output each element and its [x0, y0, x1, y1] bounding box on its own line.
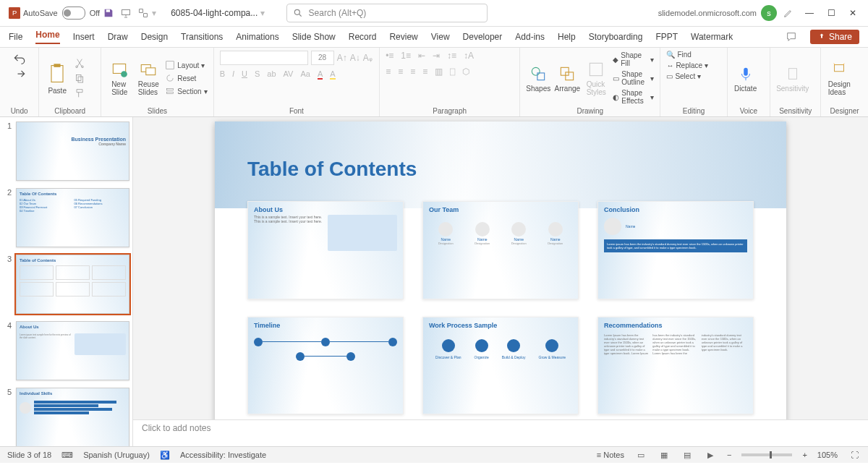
slide-thumbnails[interactable]: 1Business PresentationCompany Name 2Tabl…: [0, 117, 133, 446]
tile-team[interactable]: Our TeamNameDesignationNameDesignationNa…: [422, 201, 579, 299]
slideshow-view-icon[interactable]: ▶: [704, 448, 717, 461]
tab-developer[interactable]: Developer: [463, 32, 503, 42]
grow-font-icon[interactable]: A↑: [337, 53, 347, 63]
spacing-button[interactable]: AV: [284, 69, 294, 80]
qat-overflow[interactable]: ▾: [152, 8, 156, 18]
shape-effects-button[interactable]: ◐ Shape Effects ▾: [613, 89, 654, 105]
undo-icon[interactable]: [12, 51, 27, 65]
present-icon[interactable]: [120, 7, 132, 19]
justify-button[interactable]: ≡: [422, 67, 427, 77]
numbering-button[interactable]: 1≡: [401, 51, 411, 61]
redo-icon[interactable]: [12, 67, 27, 81]
format-painter-icon[interactable]: [74, 88, 85, 99]
tab-addins[interactable]: Add-ins: [515, 32, 545, 42]
font-family-select[interactable]: [220, 51, 308, 65]
zoom-in-button[interactable]: +: [802, 451, 807, 459]
strike-button[interactable]: S: [255, 69, 260, 80]
tab-transitions[interactable]: Transitions: [181, 32, 223, 42]
find-button[interactable]: 🔍 Find: [666, 51, 691, 59]
quick-styles-button[interactable]: Quick Styles: [584, 60, 608, 96]
align-text-button[interactable]: ⎕: [450, 67, 455, 77]
underline-button[interactable]: U: [242, 69, 247, 80]
status-accessibility[interactable]: Accessibility: Investigate: [180, 451, 266, 459]
user-avatar[interactable]: s: [761, 5, 777, 21]
status-lang-icon[interactable]: ⌨: [61, 451, 73, 460]
line-spacing-button[interactable]: ↕≡: [447, 51, 456, 61]
cut-icon[interactable]: [74, 57, 85, 69]
close-button[interactable]: ✕: [843, 4, 862, 22]
text-direction-button[interactable]: ↕A: [464, 51, 474, 61]
bullets-button[interactable]: •≡: [386, 51, 393, 61]
reset-button[interactable]: Reset: [165, 73, 207, 83]
new-slide-button[interactable]: New Slide: [107, 60, 132, 96]
tab-file[interactable]: File: [9, 32, 22, 42]
thumb-2[interactable]: 2Table Of Contents01 About Us02 Our Team…: [3, 188, 129, 247]
dictate-button[interactable]: Dictate: [733, 64, 758, 93]
tab-draw[interactable]: Draw: [108, 32, 128, 42]
user-email[interactable]: slidemodel.onmicrosoft.com: [658, 9, 757, 17]
status-language[interactable]: Spanish (Uruguay): [83, 451, 150, 459]
thumb-5[interactable]: 5Individual Skills: [3, 388, 129, 446]
normal-view-icon[interactable]: ▭: [634, 448, 647, 461]
section-button[interactable]: Section ▾: [165, 86, 207, 96]
case-button[interactable]: Aa: [300, 69, 310, 80]
shape-outline-button[interactable]: ▭ Shape Outline ▾: [613, 70, 654, 86]
align-left-button[interactable]: ≡: [386, 67, 391, 77]
shadow-button[interactable]: ab: [267, 69, 276, 80]
design-ideas-button[interactable]: Design Ideas: [827, 60, 851, 96]
comments-icon[interactable]: [786, 31, 797, 43]
shapes-button[interactable]: Shapes: [526, 64, 550, 93]
tile-conclusion[interactable]: ConclusionNameLorem ipsum has been the i…: [597, 201, 754, 299]
tile-about[interactable]: About UsThis is a sample text. Insert yo…: [247, 201, 404, 299]
tab-animations[interactable]: Animations: [236, 32, 278, 42]
layout-button[interactable]: Layout ▾: [165, 60, 207, 70]
maximize-button[interactable]: ☐: [822, 4, 841, 22]
tab-review[interactable]: Review: [389, 32, 417, 42]
align-right-button[interactable]: ≡: [410, 67, 415, 77]
reading-view-icon[interactable]: ▤: [681, 448, 694, 461]
replace-button[interactable]: ↔ Replace ▾: [666, 61, 708, 69]
pen-icon[interactable]: [783, 7, 794, 19]
thumb-4[interactable]: 4About UsLorem ipsum text sample here fo…: [3, 321, 129, 380]
sorter-view-icon[interactable]: ▦: [658, 448, 671, 461]
search-input[interactable]: Search (Alt+Q): [286, 4, 488, 22]
font-size-select[interactable]: 28: [311, 51, 334, 65]
zoom-out-button[interactable]: −: [727, 451, 731, 459]
paste-button[interactable]: Paste: [45, 62, 69, 95]
bold-button[interactable]: B: [220, 69, 225, 80]
shrink-font-icon[interactable]: A↓: [350, 53, 360, 63]
smartart-button[interactable]: ⬡: [462, 67, 469, 77]
tab-insert[interactable]: Insert: [73, 32, 95, 42]
notes-area[interactable]: Click to add notes: [133, 419, 868, 446]
tile-timeline[interactable]: Timeline: [247, 317, 404, 415]
export-icon[interactable]: [137, 7, 149, 19]
zoom-level[interactable]: 105%: [817, 451, 838, 459]
tile-recommend[interactable]: RecommendationsLorem Ipsum has been the …: [597, 317, 754, 415]
tab-storyboarding[interactable]: Storyboarding: [589, 32, 643, 42]
indent-inc-button[interactable]: ⇥: [433, 51, 440, 61]
tab-slideshow[interactable]: Slide Show: [292, 32, 336, 42]
indent-dec-button[interactable]: ⇤: [418, 51, 425, 61]
highlight-button[interactable]: A: [330, 69, 335, 80]
save-icon[interactable]: [103, 7, 114, 19]
document-name[interactable]: 6085-04-light-compa... ▾: [171, 8, 264, 18]
status-access-icon[interactable]: ♿: [160, 451, 170, 460]
tab-help[interactable]: Help: [558, 32, 576, 42]
tab-record[interactable]: Record: [349, 32, 377, 42]
tab-view[interactable]: View: [431, 32, 450, 42]
italic-button[interactable]: I: [232, 69, 234, 80]
align-center-button[interactable]: ≡: [398, 67, 403, 77]
columns-button[interactable]: ▥: [435, 67, 443, 77]
select-button[interactable]: ▭ Select ▾: [666, 72, 701, 80]
tab-design[interactable]: Design: [141, 32, 168, 42]
thumb-1[interactable]: 1Business PresentationCompany Name: [3, 121, 129, 181]
slide-canvas[interactable]: Table of Contents About UsThis is a samp…: [215, 121, 786, 419]
slide-title[interactable]: Table of Contents: [247, 158, 417, 181]
copy-icon[interactable]: [74, 72, 85, 84]
tab-home[interactable]: Home: [35, 30, 59, 44]
autosave-toggle[interactable]: AutoSave Off: [23, 7, 100, 20]
thumb-3[interactable]: 3Table of Contents: [3, 255, 129, 314]
notes-toggle[interactable]: ≡ Notes: [597, 451, 624, 459]
tab-watermark[interactable]: Watermark: [691, 32, 733, 42]
font-color-button[interactable]: A: [318, 69, 323, 80]
